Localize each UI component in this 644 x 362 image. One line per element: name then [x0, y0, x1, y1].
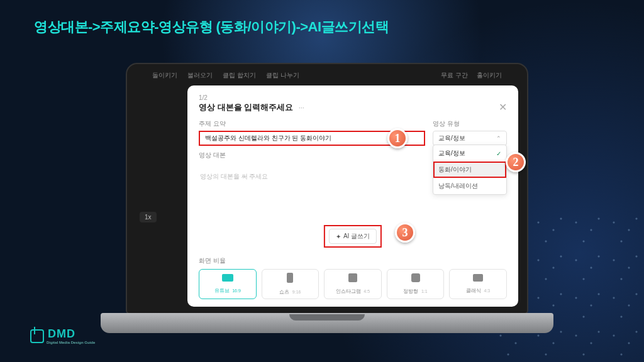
laptop-frame: 돌이키기 불러오기 클립 합치기 클립 나누기 무료 구간 훌이키기 1x 1/…: [113, 63, 541, 333]
check-icon: ✓: [496, 150, 501, 157]
ratio-square[interactable]: 정방형 1:1: [387, 269, 445, 299]
toolbar-item[interactable]: 불러오기: [187, 71, 213, 80]
sparkle-icon: ✦: [336, 233, 341, 240]
ratio-name: 쇼츠: [279, 289, 289, 295]
type-select-value: 교육/정보: [438, 134, 465, 143]
ratio-sub: 16:9: [232, 288, 241, 293]
breadcrumb-title: 영상대본->주제요약-영상유형 (동화/이야기)->AI글쓰기선택: [34, 18, 389, 36]
type-dropdown: 교육/정보 ✓ 동화/이야기 낭독/내레이션: [433, 145, 507, 195]
callout-badge-2: 2: [506, 152, 526, 172]
brand-name: DMD: [48, 327, 95, 341]
laptop-notch: [289, 314, 365, 321]
callout-badge-1: 1: [387, 128, 408, 148]
ratio-shorts[interactable]: 쇼츠 9:16: [262, 269, 319, 299]
script-modal: 1/2 영상 대본을 입력해주세요 ··· ✕ 주제 요약 영상 유형 교육/정…: [187, 85, 518, 307]
ratio-sub: 1:1: [421, 289, 428, 293]
ratio-name: 인스타그램: [336, 288, 361, 294]
ratio-classic[interactable]: 클래식 4:3: [449, 269, 507, 299]
ai-write-highlight: ✦ AI 글쓰기: [324, 225, 382, 248]
ratio-name: 정방형: [403, 288, 418, 294]
toolbar-item[interactable]: 클립 나누기: [266, 71, 299, 80]
more-icon[interactable]: ···: [299, 104, 304, 111]
ratio-name: 유튜브: [214, 288, 230, 293]
type-label: 영상 유형: [433, 119, 507, 128]
ai-write-button[interactable]: ✦ AI 글쓰기: [329, 229, 377, 244]
ratio-options: 유튜브 16:9 쇼츠 9:16 인스타그램 4:5 정방형 1:1: [199, 269, 507, 299]
ratio-label: 화면 비율: [199, 256, 507, 265]
brand-sub: Digital Media Design Guide: [47, 341, 95, 344]
dropdown-option-narration[interactable]: 낭독/내레이션: [433, 178, 506, 194]
dropdown-option-edu[interactable]: 교육/정보 ✓: [433, 145, 506, 162]
type-select[interactable]: 교육/정보 ⌃: [433, 131, 507, 146]
dropdown-option-label: 동화/이야기: [438, 165, 472, 174]
dropdown-option-label: 교육/정보: [438, 149, 465, 158]
laptop-screen: 돌이키기 불러오기 클립 합치기 클립 나누기 무료 구간 훌이키기 1x 1/…: [126, 63, 528, 314]
ai-write-label: AI 글쓰기: [343, 232, 370, 241]
modal-title: 영상 대본을 입력해주세요: [199, 102, 293, 112]
callout-badge-3: 3: [395, 222, 415, 243]
brand-logo: DMD Digital Media Design Guide: [30, 327, 95, 344]
ratio-icon: [411, 273, 420, 282]
toolbar-item[interactable]: 무료 구간: [441, 71, 468, 80]
dropdown-option-label: 낭독/내레이션: [438, 182, 478, 190]
playback-speed[interactable]: 1x: [140, 212, 157, 222]
toolbar-item[interactable]: 훌이키기: [477, 71, 502, 80]
ratio-instagram[interactable]: 인스타그램 4:5: [324, 269, 382, 299]
ratio-icon: [348, 273, 357, 282]
ratio-name: 클래식: [466, 288, 481, 293]
logo-mark-icon: [30, 329, 44, 343]
toolbar-item[interactable]: 돌이키기: [152, 71, 177, 80]
ratio-icon: [287, 273, 293, 283]
close-icon[interactable]: ✕: [499, 101, 507, 113]
dropdown-option-story[interactable]: 동화/이야기: [433, 162, 506, 178]
subject-label: 주제 요약: [199, 119, 425, 128]
ratio-sub: 4:3: [484, 288, 491, 293]
ratio-icon: [473, 274, 483, 282]
ratio-sub: 4:5: [364, 289, 370, 293]
ratio-icon: [222, 274, 233, 282]
toolbar-item[interactable]: 클립 합치기: [223, 71, 256, 80]
app-toolbar: 돌이키기 불러오기 클립 합치기 클립 나누기 무료 구간 훌이키기: [127, 68, 527, 83]
ratio-youtube[interactable]: 유튜브 16:9: [199, 269, 257, 299]
chevron-up-icon: ⌃: [496, 135, 501, 141]
step-indicator: 1/2: [199, 94, 507, 101]
ratio-sub: 9:16: [292, 290, 301, 294]
